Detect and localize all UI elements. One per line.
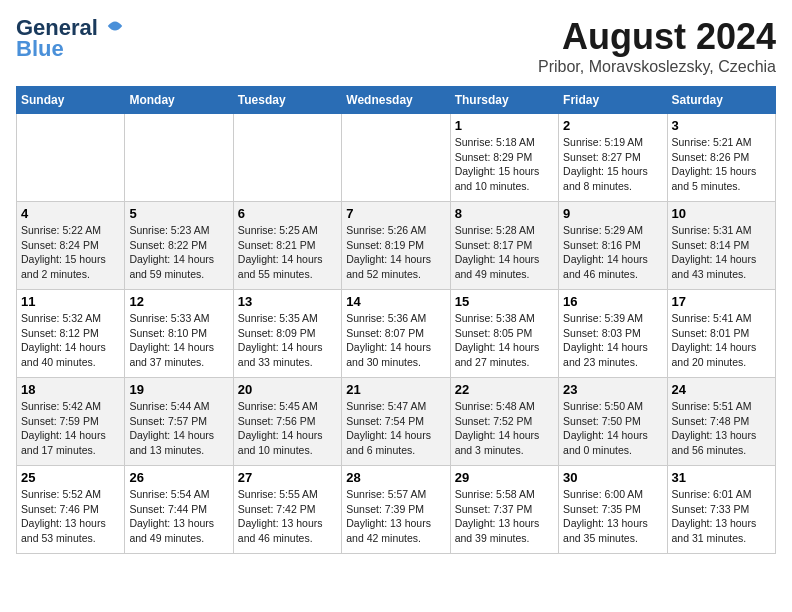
day-info: Sunrise: 5:57 AM Sunset: 7:39 PM Dayligh… <box>346 487 445 546</box>
calendar-cell: 26Sunrise: 5:54 AM Sunset: 7:44 PM Dayli… <box>125 466 233 554</box>
calendar-cell: 19Sunrise: 5:44 AM Sunset: 7:57 PM Dayli… <box>125 378 233 466</box>
day-info: Sunrise: 5:35 AM Sunset: 8:09 PM Dayligh… <box>238 311 337 370</box>
calendar-week-row: 18Sunrise: 5:42 AM Sunset: 7:59 PM Dayli… <box>17 378 776 466</box>
day-number: 18 <box>21 382 120 397</box>
calendar-cell <box>233 114 341 202</box>
calendar-cell: 22Sunrise: 5:48 AM Sunset: 7:52 PM Dayli… <box>450 378 558 466</box>
calendar-cell: 13Sunrise: 5:35 AM Sunset: 8:09 PM Dayli… <box>233 290 341 378</box>
day-info: Sunrise: 5:32 AM Sunset: 8:12 PM Dayligh… <box>21 311 120 370</box>
day-info: Sunrise: 5:22 AM Sunset: 8:24 PM Dayligh… <box>21 223 120 282</box>
day-info: Sunrise: 5:41 AM Sunset: 8:01 PM Dayligh… <box>672 311 771 370</box>
day-number: 2 <box>563 118 662 133</box>
day-number: 20 <box>238 382 337 397</box>
day-number: 1 <box>455 118 554 133</box>
day-info: Sunrise: 5:48 AM Sunset: 7:52 PM Dayligh… <box>455 399 554 458</box>
day-number: 23 <box>563 382 662 397</box>
calendar-cell <box>17 114 125 202</box>
calendar-cell: 1Sunrise: 5:18 AM Sunset: 8:29 PM Daylig… <box>450 114 558 202</box>
calendar-subtitle: Pribor, Moravskoslezsky, Czechia <box>538 58 776 76</box>
logo-icon <box>106 17 124 35</box>
calendar-cell: 27Sunrise: 5:55 AM Sunset: 7:42 PM Dayli… <box>233 466 341 554</box>
day-number: 28 <box>346 470 445 485</box>
day-info: Sunrise: 5:50 AM Sunset: 7:50 PM Dayligh… <box>563 399 662 458</box>
day-number: 15 <box>455 294 554 309</box>
calendar-week-row: 1Sunrise: 5:18 AM Sunset: 8:29 PM Daylig… <box>17 114 776 202</box>
calendar-cell: 6Sunrise: 5:25 AM Sunset: 8:21 PM Daylig… <box>233 202 341 290</box>
day-number: 31 <box>672 470 771 485</box>
day-info: Sunrise: 5:31 AM Sunset: 8:14 PM Dayligh… <box>672 223 771 282</box>
weekday-header: Sunday <box>17 87 125 114</box>
calendar-cell: 11Sunrise: 5:32 AM Sunset: 8:12 PM Dayli… <box>17 290 125 378</box>
weekday-header: Saturday <box>667 87 775 114</box>
calendar-cell: 17Sunrise: 5:41 AM Sunset: 8:01 PM Dayli… <box>667 290 775 378</box>
day-number: 27 <box>238 470 337 485</box>
day-number: 24 <box>672 382 771 397</box>
calendar-cell: 18Sunrise: 5:42 AM Sunset: 7:59 PM Dayli… <box>17 378 125 466</box>
calendar-cell: 2Sunrise: 5:19 AM Sunset: 8:27 PM Daylig… <box>559 114 667 202</box>
calendar-week-row: 25Sunrise: 5:52 AM Sunset: 7:46 PM Dayli… <box>17 466 776 554</box>
calendar-table: SundayMondayTuesdayWednesdayThursdayFrid… <box>16 86 776 554</box>
day-info: Sunrise: 5:38 AM Sunset: 8:05 PM Dayligh… <box>455 311 554 370</box>
calendar-cell: 7Sunrise: 5:26 AM Sunset: 8:19 PM Daylig… <box>342 202 450 290</box>
day-number: 14 <box>346 294 445 309</box>
day-info: Sunrise: 5:44 AM Sunset: 7:57 PM Dayligh… <box>129 399 228 458</box>
day-info: Sunrise: 5:51 AM Sunset: 7:48 PM Dayligh… <box>672 399 771 458</box>
calendar-week-row: 4Sunrise: 5:22 AM Sunset: 8:24 PM Daylig… <box>17 202 776 290</box>
weekday-header: Friday <box>559 87 667 114</box>
day-info: Sunrise: 5:42 AM Sunset: 7:59 PM Dayligh… <box>21 399 120 458</box>
day-number: 8 <box>455 206 554 221</box>
day-info: Sunrise: 5:33 AM Sunset: 8:10 PM Dayligh… <box>129 311 228 370</box>
calendar-cell: 16Sunrise: 5:39 AM Sunset: 8:03 PM Dayli… <box>559 290 667 378</box>
calendar-cell: 15Sunrise: 5:38 AM Sunset: 8:05 PM Dayli… <box>450 290 558 378</box>
day-number: 17 <box>672 294 771 309</box>
day-number: 7 <box>346 206 445 221</box>
calendar-cell: 9Sunrise: 5:29 AM Sunset: 8:16 PM Daylig… <box>559 202 667 290</box>
day-info: Sunrise: 5:47 AM Sunset: 7:54 PM Dayligh… <box>346 399 445 458</box>
day-number: 5 <box>129 206 228 221</box>
day-info: Sunrise: 5:21 AM Sunset: 8:26 PM Dayligh… <box>672 135 771 194</box>
logo: General Blue <box>16 16 124 62</box>
day-number: 11 <box>21 294 120 309</box>
day-info: Sunrise: 5:26 AM Sunset: 8:19 PM Dayligh… <box>346 223 445 282</box>
day-number: 4 <box>21 206 120 221</box>
day-number: 12 <box>129 294 228 309</box>
day-number: 9 <box>563 206 662 221</box>
day-number: 22 <box>455 382 554 397</box>
calendar-cell: 31Sunrise: 6:01 AM Sunset: 7:33 PM Dayli… <box>667 466 775 554</box>
day-number: 25 <box>21 470 120 485</box>
day-info: Sunrise: 5:28 AM Sunset: 8:17 PM Dayligh… <box>455 223 554 282</box>
calendar-cell: 28Sunrise: 5:57 AM Sunset: 7:39 PM Dayli… <box>342 466 450 554</box>
calendar-title: August 2024 <box>538 16 776 58</box>
title-block: August 2024 Pribor, Moravskoslezsky, Cze… <box>538 16 776 76</box>
calendar-cell: 25Sunrise: 5:52 AM Sunset: 7:46 PM Dayli… <box>17 466 125 554</box>
weekday-header: Tuesday <box>233 87 341 114</box>
calendar-cell: 8Sunrise: 5:28 AM Sunset: 8:17 PM Daylig… <box>450 202 558 290</box>
day-info: Sunrise: 5:18 AM Sunset: 8:29 PM Dayligh… <box>455 135 554 194</box>
day-number: 13 <box>238 294 337 309</box>
day-number: 19 <box>129 382 228 397</box>
day-info: Sunrise: 5:39 AM Sunset: 8:03 PM Dayligh… <box>563 311 662 370</box>
weekday-header: Wednesday <box>342 87 450 114</box>
day-info: Sunrise: 5:55 AM Sunset: 7:42 PM Dayligh… <box>238 487 337 546</box>
day-info: Sunrise: 5:29 AM Sunset: 8:16 PM Dayligh… <box>563 223 662 282</box>
calendar-cell <box>342 114 450 202</box>
day-number: 29 <box>455 470 554 485</box>
day-number: 16 <box>563 294 662 309</box>
calendar-week-row: 11Sunrise: 5:32 AM Sunset: 8:12 PM Dayli… <box>17 290 776 378</box>
day-number: 6 <box>238 206 337 221</box>
calendar-cell: 30Sunrise: 6:00 AM Sunset: 7:35 PM Dayli… <box>559 466 667 554</box>
day-info: Sunrise: 5:36 AM Sunset: 8:07 PM Dayligh… <box>346 311 445 370</box>
day-info: Sunrise: 5:45 AM Sunset: 7:56 PM Dayligh… <box>238 399 337 458</box>
day-number: 21 <box>346 382 445 397</box>
weekday-header: Monday <box>125 87 233 114</box>
day-number: 3 <box>672 118 771 133</box>
calendar-cell: 29Sunrise: 5:58 AM Sunset: 7:37 PM Dayli… <box>450 466 558 554</box>
day-info: Sunrise: 6:01 AM Sunset: 7:33 PM Dayligh… <box>672 487 771 546</box>
calendar-cell: 5Sunrise: 5:23 AM Sunset: 8:22 PM Daylig… <box>125 202 233 290</box>
calendar-cell: 3Sunrise: 5:21 AM Sunset: 8:26 PM Daylig… <box>667 114 775 202</box>
day-info: Sunrise: 5:23 AM Sunset: 8:22 PM Dayligh… <box>129 223 228 282</box>
calendar-cell: 21Sunrise: 5:47 AM Sunset: 7:54 PM Dayli… <box>342 378 450 466</box>
day-number: 10 <box>672 206 771 221</box>
calendar-cell: 10Sunrise: 5:31 AM Sunset: 8:14 PM Dayli… <box>667 202 775 290</box>
calendar-cell: 12Sunrise: 5:33 AM Sunset: 8:10 PM Dayli… <box>125 290 233 378</box>
